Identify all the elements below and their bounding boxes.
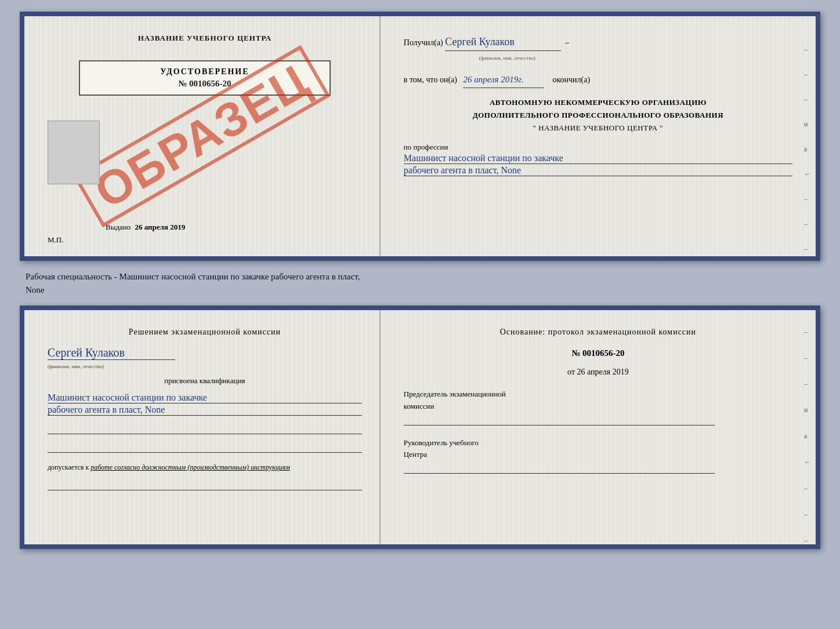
rukovoditel-label: Руководитель учебного bbox=[404, 437, 792, 449]
predsedatel-label2: комиссии bbox=[404, 401, 792, 413]
vtom-label: в том, что он(а) bbox=[404, 75, 457, 84]
anko-line1: АВТОНОМНУЮ НЕКОММЕРЧЕСКУЮ ОРГАНИЗАЦИЮ bbox=[404, 96, 792, 109]
kvalif-line2: рабочего агента в пласт, None bbox=[48, 405, 362, 416]
professii-line2: рабочего агента в пласт, None bbox=[404, 165, 792, 176]
anko-line3: " НАЗВАНИЕ УЧЕБНОГО ЦЕНТРА " bbox=[404, 122, 792, 134]
osnovanie-title: Основание: протокол экзаменационной коми… bbox=[404, 328, 792, 337]
top-left-title: НАЗВАНИЕ УЧЕБНОГО ЦЕНТРА bbox=[138, 34, 272, 43]
professii-block: по профессии Машинист насосной станции п… bbox=[404, 143, 792, 176]
blank-line-1 bbox=[48, 424, 362, 434]
dopusk-block: допускается к работе согласно должностны… bbox=[48, 463, 362, 472]
middle-text-line2: None bbox=[26, 285, 45, 294]
komissia-title: Решением экзаменационной комиссии bbox=[48, 328, 362, 337]
predsedatel-block: Председатель экзаменационной комиссии bbox=[404, 388, 792, 426]
blank-line-3 bbox=[48, 480, 362, 490]
blank-line-2 bbox=[48, 442, 362, 453]
udostoverenie-box: УДОСТОВЕРЕНИЕ № 0010656-20 bbox=[79, 60, 330, 96]
vtom-date: 26 апреля 2019г. bbox=[463, 72, 544, 88]
professii-line1: Машинист насосной станции по закачке bbox=[404, 153, 792, 164]
photo-placeholder bbox=[48, 121, 100, 184]
top-left-panel: НАЗВАНИЕ УЧЕБНОГО ЦЕНТРА ОБРАЗЕЦ УДОСТОВ… bbox=[24, 16, 381, 256]
kvalif-block: Машинист насосной станции по закачке раб… bbox=[48, 391, 362, 416]
top-right-panel: Получил(а) Сергей Кулаков – (фамилия, им… bbox=[381, 16, 816, 256]
anko-line2: ДОПОЛНИТЕЛЬНОГО ПРОФЕССИОНАЛЬНОГО ОБРАЗО… bbox=[404, 109, 792, 122]
vydano-date: 26 апреля 2019 bbox=[135, 223, 186, 231]
poluchil-label: Получил(а) bbox=[404, 38, 443, 47]
okonchil-label: окончил(а) bbox=[552, 75, 590, 84]
middle-text-block: Рабочая специальность - Машинист насосно… bbox=[20, 268, 820, 299]
predsedatel-sign-line bbox=[404, 415, 715, 426]
fio-hint: (фамилия, имя, отчество) bbox=[48, 363, 104, 369]
poluchil-name: Сергей Кулаков bbox=[445, 34, 561, 51]
bottom-right-panel: Основание: протокол экзаменационной коми… bbox=[381, 310, 816, 544]
vydano-line: Выдано 26 апреля 2019 bbox=[48, 223, 185, 232]
middle-text-line1: Рабочая специальность - Машинист насосно… bbox=[26, 272, 360, 281]
protocol-date-prefix: от bbox=[567, 368, 575, 376]
dopusk-text: работе согласно должностным (производств… bbox=[90, 463, 290, 471]
right-dashes-bottom: – – – и а ← – – – bbox=[804, 328, 811, 545]
person-name-block: Сергей Кулаков (фамилия, имя, отчество) bbox=[48, 343, 362, 370]
vtom-row: в том, что он(а) 26 апреля 2019г. окончи… bbox=[404, 72, 792, 88]
right-dashes: – – – и а ← – – – bbox=[804, 45, 811, 253]
udos-title: УДОСТОВЕРЕНИЕ bbox=[92, 67, 317, 77]
poluchil-hint: (фамилия, имя, отчество) bbox=[479, 55, 535, 61]
predsedatel-label: Председатель экзаменационной bbox=[404, 388, 792, 401]
rukovoditel-label2: Центра bbox=[404, 449, 792, 461]
anko-block: АВТОНОМНУЮ НЕКОММЕРЧЕСКУЮ ОРГАНИЗАЦИЮ ДО… bbox=[404, 96, 792, 134]
udos-num: № 0010656-20 bbox=[92, 79, 317, 89]
mp-line: М.П. bbox=[48, 235, 63, 245]
dopusk-label: допускается к bbox=[48, 463, 89, 471]
top-document: НАЗВАНИЕ УЧЕБНОГО ЦЕНТРА ОБРАЗЕЦ УДОСТОВ… bbox=[20, 12, 820, 261]
kvalif-line1: Машинист насосной станции по закачке bbox=[48, 392, 362, 403]
po-professii: по профессии bbox=[404, 143, 448, 151]
rukovoditel-block: Руководитель учебного Центра bbox=[404, 437, 792, 474]
protocol-date: от 26 апреля 2019 bbox=[404, 368, 792, 377]
bottom-left-panel: Решением экзаменационной комиссии Сергей… bbox=[24, 310, 381, 544]
person-name: Сергей Кулаков bbox=[48, 346, 175, 360]
prisvoena-label: присвоена квалификация bbox=[48, 376, 362, 386]
bottom-document: Решением экзаменационной комиссии Сергей… bbox=[20, 306, 820, 549]
vydano-label: Выдано bbox=[106, 223, 131, 231]
poluchil-row: Получил(а) Сергей Кулаков – (фамилия, им… bbox=[404, 34, 792, 64]
protocol-date-value: 26 апреля 2019 bbox=[577, 368, 629, 376]
rukovoditel-sign-line bbox=[404, 463, 715, 474]
protocol-num: № 0010656-20 bbox=[404, 348, 792, 358]
